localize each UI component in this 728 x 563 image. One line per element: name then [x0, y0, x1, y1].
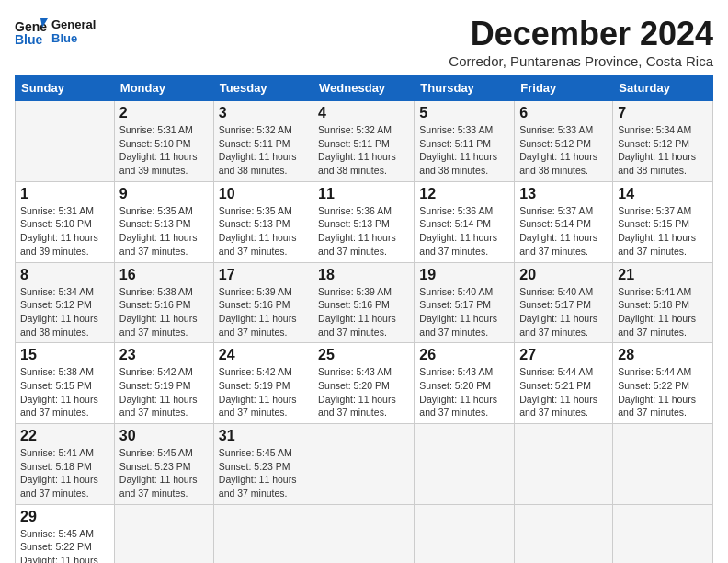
list-item: 1 Sunrise: 5:31 AMSunset: 5:10 PMDayligh… [16, 181, 115, 262]
logo-icon: General Blue [15, 15, 48, 48]
day-info: Sunrise: 5:38 AMSunset: 5:16 PMDaylight:… [119, 285, 209, 339]
list-item [515, 504, 613, 563]
list-item: 17 Sunrise: 5:39 AMSunset: 5:16 PMDaylig… [213, 262, 313, 343]
day-info: Sunrise: 5:36 AMSunset: 5:14 PMDaylight:… [419, 204, 509, 259]
day-info: Sunrise: 5:42 AMSunset: 5:19 PMDaylight:… [119, 365, 209, 419]
day-number: 3 [219, 105, 308, 121]
list-item: 7 Sunrise: 5:34 AMSunset: 5:12 PMDayligh… [613, 101, 713, 182]
list-item: 2 Sunrise: 5:31 AMSunset: 5:10 PMDayligh… [114, 101, 213, 182]
list-item [415, 424, 515, 505]
list-item [515, 424, 613, 505]
day-number: 11 [318, 186, 409, 202]
header-wednesday: Wednesday [313, 75, 415, 101]
day-info: Sunrise: 5:33 AMSunset: 5:12 PMDaylight:… [519, 123, 608, 178]
calendar-table: Sunday Monday Tuesday Wednesday Thursday… [15, 75, 713, 563]
list-item: 3 Sunrise: 5:32 AMSunset: 5:11 PMDayligh… [213, 101, 313, 182]
day-number: 7 [618, 105, 708, 121]
list-item: 27 Sunrise: 5:44 AMSunset: 5:21 PMDaylig… [515, 343, 613, 424]
list-item: 28 Sunrise: 5:44 AMSunset: 5:22 PMDaylig… [613, 343, 713, 424]
list-item: 21 Sunrise: 5:41 AMSunset: 5:18 PMDaylig… [613, 262, 713, 343]
day-number: 24 [219, 347, 308, 363]
day-number: 15 [20, 347, 109, 363]
day-number: 22 [20, 428, 109, 444]
day-info: Sunrise: 5:40 AMSunset: 5:17 PMDaylight:… [519, 285, 608, 339]
day-info: Sunrise: 5:32 AMSunset: 5:11 PMDaylight:… [219, 123, 308, 178]
day-info: Sunrise: 5:42 AMSunset: 5:19 PMDaylight:… [219, 365, 308, 419]
list-item: 30 Sunrise: 5:45 AMSunset: 5:23 PMDaylig… [114, 424, 213, 505]
day-number: 8 [20, 267, 109, 283]
day-info: Sunrise: 5:38 AMSunset: 5:15 PMDaylight:… [20, 365, 109, 419]
day-info: Sunrise: 5:32 AMSunset: 5:11 PMDaylight:… [318, 123, 409, 178]
day-info: Sunrise: 5:39 AMSunset: 5:16 PMDaylight:… [318, 285, 409, 339]
day-info: Sunrise: 5:41 AMSunset: 5:18 PMDaylight:… [618, 285, 708, 339]
day-info: Sunrise: 5:43 AMSunset: 5:20 PMDaylight:… [419, 365, 509, 419]
day-number: 16 [119, 267, 209, 283]
day-number: 29 [20, 509, 109, 525]
day-number: 4 [318, 105, 409, 121]
day-info: Sunrise: 5:34 AMSunset: 5:12 PMDaylight:… [618, 123, 708, 178]
day-info: Sunrise: 5:31 AMSunset: 5:10 PMDaylight:… [20, 204, 109, 259]
day-info: Sunrise: 5:37 AMSunset: 5:14 PMDaylight:… [519, 204, 608, 259]
header-sunday: Sunday [16, 75, 115, 101]
list-item: 13 Sunrise: 5:37 AMSunset: 5:14 PMDaylig… [515, 181, 613, 262]
day-number: 23 [119, 347, 209, 363]
list-item: 8 Sunrise: 5:34 AMSunset: 5:12 PMDayligh… [16, 262, 115, 343]
logo-line2: Blue [51, 31, 96, 45]
day-number: 28 [618, 347, 708, 363]
title-area: December 2024 Corredor, Puntarenas Provi… [449, 15, 713, 69]
list-item: 20 Sunrise: 5:40 AMSunset: 5:17 PMDaylig… [515, 262, 613, 343]
day-info: Sunrise: 5:45 AMSunset: 5:22 PMDaylight:… [20, 527, 109, 563]
logo-line1: General [51, 17, 96, 31]
day-number: 13 [519, 186, 608, 202]
list-item: 15 Sunrise: 5:38 AMSunset: 5:15 PMDaylig… [16, 343, 115, 424]
day-info: Sunrise: 5:43 AMSunset: 5:20 PMDaylight:… [318, 365, 409, 419]
day-info: Sunrise: 5:45 AMSunset: 5:23 PMDaylight:… [119, 446, 209, 500]
header-monday: Monday [114, 75, 213, 101]
day-number: 17 [219, 267, 308, 283]
list-item [313, 424, 415, 505]
table-row: 22 Sunrise: 5:41 AMSunset: 5:18 PMDaylig… [16, 424, 713, 505]
list-item: 11 Sunrise: 5:36 AMSunset: 5:13 PMDaylig… [313, 181, 415, 262]
header-thursday: Thursday [415, 75, 515, 101]
list-item: 31 Sunrise: 5:45 AMSunset: 5:23 PMDaylig… [213, 424, 313, 505]
table-row: 15 Sunrise: 5:38 AMSunset: 5:15 PMDaylig… [16, 343, 713, 424]
day-number: 10 [219, 186, 308, 202]
list-item: 23 Sunrise: 5:42 AMSunset: 5:19 PMDaylig… [114, 343, 213, 424]
list-item: 19 Sunrise: 5:40 AMSunset: 5:17 PMDaylig… [415, 262, 515, 343]
list-item [313, 504, 415, 563]
table-row: 2 Sunrise: 5:31 AMSunset: 5:10 PMDayligh… [16, 101, 713, 182]
day-number: 12 [419, 186, 509, 202]
month-title: December 2024 [449, 15, 713, 53]
day-number: 14 [618, 186, 708, 202]
header-friday: Friday [515, 75, 613, 101]
list-item: 4 Sunrise: 5:32 AMSunset: 5:11 PMDayligh… [313, 101, 415, 182]
svg-text:Blue: Blue [15, 32, 43, 47]
list-item: 5 Sunrise: 5:33 AMSunset: 5:11 PMDayligh… [415, 101, 515, 182]
day-number: 30 [119, 428, 209, 444]
day-info: Sunrise: 5:45 AMSunset: 5:23 PMDaylight:… [219, 446, 308, 500]
table-row: 29 Sunrise: 5:45 AMSunset: 5:22 PMDaylig… [16, 504, 713, 563]
location-subtitle: Corredor, Puntarenas Province, Costa Ric… [449, 53, 713, 69]
list-item [415, 504, 515, 563]
list-item: 26 Sunrise: 5:43 AMSunset: 5:20 PMDaylig… [415, 343, 515, 424]
day-number: 2 [119, 105, 209, 121]
list-item [213, 504, 313, 563]
day-info: Sunrise: 5:36 AMSunset: 5:13 PMDaylight:… [318, 204, 409, 259]
day-info: Sunrise: 5:34 AMSunset: 5:12 PMDaylight:… [20, 285, 109, 339]
day-number: 19 [419, 267, 509, 283]
list-item: 22 Sunrise: 5:41 AMSunset: 5:18 PMDaylig… [16, 424, 115, 505]
list-item [613, 424, 713, 505]
day-info: Sunrise: 5:39 AMSunset: 5:16 PMDaylight:… [219, 285, 308, 339]
day-number: 21 [618, 267, 708, 283]
day-info: Sunrise: 5:40 AMSunset: 5:17 PMDaylight:… [419, 285, 509, 339]
list-item: 6 Sunrise: 5:33 AMSunset: 5:12 PMDayligh… [515, 101, 613, 182]
day-info: Sunrise: 5:41 AMSunset: 5:18 PMDaylight:… [20, 446, 109, 500]
table-row: 1 Sunrise: 5:31 AMSunset: 5:10 PMDayligh… [16, 181, 713, 262]
list-item: 25 Sunrise: 5:43 AMSunset: 5:20 PMDaylig… [313, 343, 415, 424]
day-number: 26 [419, 347, 509, 363]
list-item: 9 Sunrise: 5:35 AMSunset: 5:13 PMDayligh… [114, 181, 213, 262]
day-number: 18 [318, 267, 409, 283]
day-number: 25 [318, 347, 409, 363]
list-item: 16 Sunrise: 5:38 AMSunset: 5:16 PMDaylig… [114, 262, 213, 343]
day-info: Sunrise: 5:44 AMSunset: 5:22 PMDaylight:… [618, 365, 708, 419]
